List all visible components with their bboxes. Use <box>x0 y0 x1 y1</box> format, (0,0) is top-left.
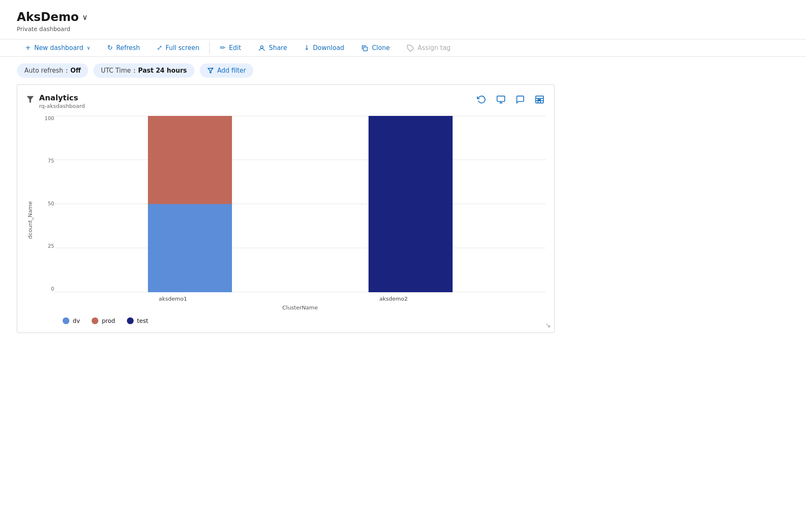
svg-rect-1 <box>363 47 367 51</box>
x-axis-label: ClusterName <box>37 304 546 311</box>
add-filter-label: Add filter <box>217 67 246 74</box>
stacked-bar-aksdemo2 <box>369 116 453 292</box>
main-content: Analytics rq-aksdashboard <box>0 84 806 333</box>
resize-handle[interactable]: ↘ <box>545 321 551 329</box>
y-tick-25: 25 <box>37 244 54 249</box>
legend-item-prod: prod <box>92 317 115 324</box>
legend-dot-dv <box>63 317 69 324</box>
page-header: AksDemo ∨ Private dashboard <box>0 0 806 32</box>
auto-refresh-filter[interactable]: Auto refresh : Off <box>17 63 88 78</box>
bar-group-aksdemo1 <box>148 116 232 292</box>
fullscreen-button[interactable]: ⤢ Full screen <box>148 39 208 56</box>
bar-segment-prod <box>148 116 232 204</box>
x-label-aksdemo2: aksdemo2 <box>379 296 408 302</box>
share-button[interactable]: Share <box>250 39 295 56</box>
auto-refresh-label: Auto refresh <box>24 67 63 74</box>
bars-container <box>54 116 546 292</box>
svg-rect-7 <box>497 96 505 101</box>
toolbar: + New dashboard ∨ ↻ Refresh ⤢ Full scree… <box>0 39 806 57</box>
edit-label: Edit <box>229 44 241 52</box>
new-dashboard-button[interactable]: + New dashboard ∨ <box>17 39 99 56</box>
time-filter[interactable]: UTC Time : Past 24 hours <box>93 63 194 78</box>
assign-tag-icon <box>407 44 414 52</box>
chart-analytics-button[interactable] <box>533 93 546 108</box>
add-filter-icon <box>207 67 214 74</box>
svg-marker-6 <box>27 96 34 102</box>
y-tick-100: 100 <box>37 116 54 121</box>
dashboard-subtitle: Private dashboard <box>17 26 789 32</box>
chart-plot: 0 25 50 75 100 <box>37 116 546 292</box>
y-tick-50: 50 <box>37 201 54 206</box>
y-tick-0: 0 <box>37 286 54 291</box>
chart-bars-area <box>54 116 546 292</box>
chart-legend: dv prod test <box>37 317 546 324</box>
y-ticks: 0 25 50 75 100 <box>37 116 54 292</box>
legend-dot-prod <box>92 317 98 324</box>
fullscreen-icon: ⤢ <box>157 44 162 52</box>
time-separator: : <box>134 67 136 74</box>
clone-label: Clone <box>372 44 390 52</box>
legend-label-test: test <box>137 317 148 324</box>
edit-button[interactable]: ✏ Edit <box>211 39 249 56</box>
clone-icon <box>361 44 369 52</box>
new-dashboard-chevron-icon: ∨ <box>87 45 90 51</box>
fullscreen-label: Full screen <box>166 44 199 52</box>
auto-refresh-value: Off <box>70 67 81 74</box>
time-label: UTC Time <box>101 67 131 74</box>
legend-label-dv: dv <box>73 317 80 324</box>
time-value: Past 24 hours <box>138 67 187 74</box>
new-dashboard-label: New dashboard <box>34 44 83 52</box>
dashboard-title: AksDemo <box>17 10 79 24</box>
download-button[interactable]: ↓ Download <box>295 39 353 56</box>
x-label-aksdemo1: aksdemo1 <box>159 296 187 302</box>
refresh-button[interactable]: ↻ Refresh <box>99 39 148 56</box>
clone-button[interactable]: Clone <box>353 39 398 56</box>
add-filter-button[interactable]: Add filter <box>200 63 254 78</box>
toolbar-separator <box>209 42 210 54</box>
chart-title-area: Analytics rq-aksdashboard <box>26 93 85 109</box>
bar-segment-test <box>369 116 453 292</box>
assign-tag-label: Assign tag <box>418 44 450 52</box>
bar-segment-dv <box>148 204 232 292</box>
chart-pin-button[interactable] <box>495 93 507 108</box>
chart-refresh-button[interactable] <box>475 93 488 108</box>
svg-point-0 <box>261 46 263 48</box>
chart-actions <box>475 93 546 108</box>
y-tick-75: 75 <box>37 158 54 163</box>
chart-subtitle: rq-aksdashboard <box>39 103 85 109</box>
share-icon <box>258 44 266 52</box>
share-label: Share <box>269 44 287 52</box>
y-axis-label: dcount_Name <box>26 116 34 324</box>
chart-edit-button[interactable] <box>514 93 527 108</box>
download-icon: ↓ <box>304 44 309 52</box>
chart-card-header: Analytics rq-aksdashboard <box>26 93 546 109</box>
download-label: Download <box>313 44 345 52</box>
edit-icon: ✏ <box>220 44 225 52</box>
bar-group-aksdemo2 <box>369 116 453 292</box>
chart-filter-icon <box>26 94 35 104</box>
plus-icon: + <box>25 44 31 52</box>
x-labels: aksdemo1 aksdemo2 <box>37 292 546 302</box>
legend-label-prod: prod <box>102 317 115 324</box>
auto-refresh-separator: : <box>66 67 68 74</box>
assign-tag-button[interactable]: Assign tag <box>398 39 459 56</box>
chart-area: dcount_Name 0 25 50 75 100 <box>26 116 546 324</box>
legend-dot-test <box>127 317 134 324</box>
chart-title: Analytics <box>39 93 85 102</box>
filters-row: Auto refresh : Off UTC Time : Past 24 ho… <box>0 63 806 84</box>
analytics-chart-card: Analytics rq-aksdashboard <box>17 84 555 333</box>
svg-rect-15 <box>538 100 540 101</box>
refresh-label: Refresh <box>116 44 140 52</box>
chart-inner: 0 25 50 75 100 <box>37 116 546 324</box>
chart-title-subtitle: Analytics rq-aksdashboard <box>39 93 85 109</box>
legend-item-test: test <box>127 317 148 324</box>
legend-item-dv: dv <box>63 317 80 324</box>
title-row: AksDemo ∨ <box>17 10 789 24</box>
chevron-down-icon[interactable]: ∨ <box>82 13 88 21</box>
stacked-bar-aksdemo1 <box>148 116 232 292</box>
refresh-icon: ↻ <box>107 44 113 52</box>
